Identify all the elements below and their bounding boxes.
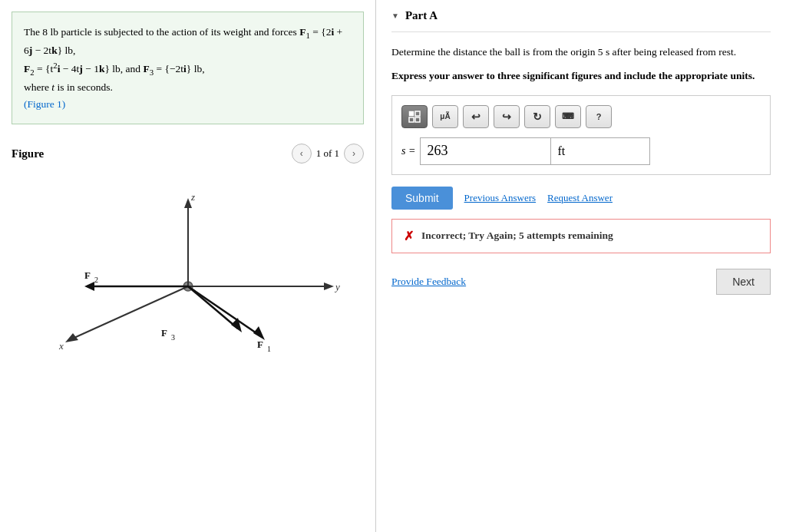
matrix-icon (408, 111, 421, 123)
svg-marker-11 (84, 282, 94, 291)
figure-prev-btn[interactable]: ‹ (292, 144, 312, 164)
action-row: Submit Previous Answers Request Answer (391, 187, 771, 210)
answer-input[interactable] (420, 137, 550, 165)
svg-text:F: F (84, 269, 91, 281)
incorrect-icon: ✗ (404, 229, 414, 243)
input-row: s = (401, 137, 761, 165)
figure-nav: ‹ 1 of 1 › (292, 144, 364, 164)
svg-marker-8 (65, 333, 78, 342)
help-button[interactable]: ? (586, 105, 612, 128)
svg-rect-25 (415, 117, 420, 122)
question-text: Determine the distance the ball is from … (391, 44, 771, 61)
svg-text:y: y (334, 281, 340, 292)
feedback-box: ✗ Incorrect; Try Again; 5 attempts remai… (391, 219, 771, 253)
provide-feedback-button[interactable]: Provide Feedback (391, 276, 466, 288)
svg-text:x: x (58, 340, 64, 352)
svg-text:1: 1 (267, 345, 271, 353)
instruction-text: Express your answer to three significant… (391, 68, 771, 84)
svg-rect-22 (409, 111, 414, 116)
mu-button[interactable]: μÃ (432, 105, 458, 128)
svg-text:F: F (257, 339, 263, 350)
left-panel: The 8 lb particle is subjected to the ac… (0, 0, 376, 532)
figure-svg: z y x F 2 F 3 (12, 171, 357, 355)
svg-text:2: 2 (94, 276, 98, 284)
right-panel: ▼ Part A Determine the distance the ball… (376, 0, 786, 532)
svg-line-18 (188, 286, 261, 336)
request-answer-button[interactable]: Request Answer (547, 192, 613, 204)
svg-line-14 (188, 286, 238, 329)
bottom-row: Provide Feedback Next (391, 269, 771, 295)
svg-text:3: 3 (171, 333, 175, 342)
part-title: Part A (405, 9, 438, 22)
svg-rect-24 (409, 117, 414, 122)
unit-input[interactable] (550, 137, 650, 165)
figure-next-btn[interactable]: › (344, 144, 364, 164)
svg-marker-5 (324, 283, 334, 290)
next-button[interactable]: Next (716, 269, 771, 295)
svg-text:z: z (190, 191, 195, 203)
problem-text: The 8 lb particle is subjected to the ac… (24, 26, 342, 93)
toolbar: μÃ ↩ ↪ ↻ ⌨ ? (401, 105, 761, 128)
matrix-button[interactable] (401, 105, 428, 128)
problem-box: The 8 lb particle is subjected to the ac… (12, 12, 364, 124)
submit-button[interactable]: Submit (391, 187, 453, 210)
figure-canvas: z y x F 2 F 3 (12, 171, 357, 355)
figure-page: 1 of 1 (316, 147, 339, 160)
figure-section: Figure ‹ 1 of 1 › z y (0, 136, 375, 532)
collapse-icon[interactable]: ▼ (391, 12, 399, 20)
previous-answers-button[interactable]: Previous Answers (464, 192, 537, 204)
answer-box: μÃ ↩ ↪ ↻ ⌨ ? s = (391, 95, 771, 175)
variable-label: s = (401, 145, 415, 157)
svg-rect-23 (415, 111, 420, 116)
figure-link[interactable]: (Figure 1) (24, 98, 65, 110)
part-header: ▼ Part A (391, 0, 771, 32)
figure-title: Figure (12, 147, 44, 160)
keyboard-button[interactable]: ⌨ (555, 105, 581, 128)
svg-text:F: F (161, 327, 167, 339)
undo-button[interactable]: ↩ (463, 105, 489, 128)
svg-line-7 (69, 286, 188, 340)
redo-button[interactable]: ↪ (494, 105, 520, 128)
feedback-message: Incorrect; Try Again; 5 attempts remaini… (421, 230, 613, 242)
refresh-button[interactable]: ↻ (524, 105, 550, 128)
figure-header: Figure ‹ 1 of 1 › (12, 144, 364, 164)
